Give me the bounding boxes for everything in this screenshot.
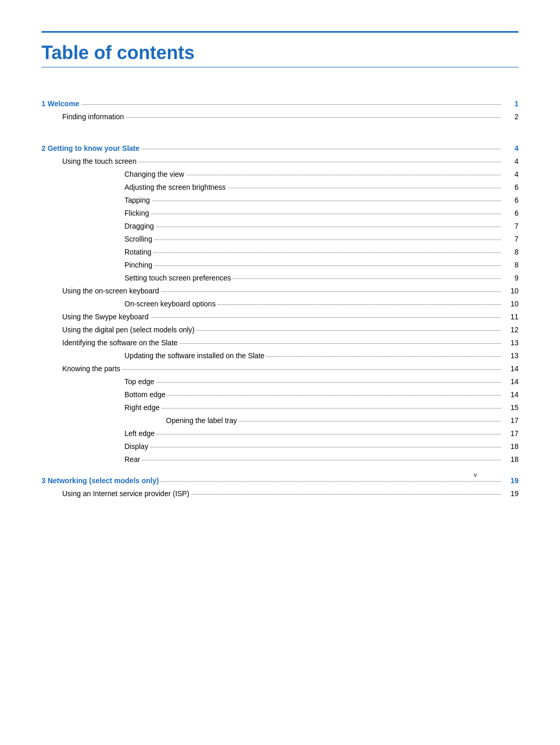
list-item: Dragging7 [41,221,519,232]
toc-dots [197,330,501,331]
toc-dots [162,408,501,409]
toc-entry-text: Flicking [124,208,149,219]
toc-entry-text: Rotating [124,247,151,258]
toc-entry-text: Left edge [124,428,155,439]
toc-page-number: 9 [503,273,519,284]
list-item: Pinching8 [41,260,519,271]
toc-dots [155,265,501,266]
toc-entry-text: Display [124,441,148,452]
toc-chapter-title: 2 Getting to know your Slate [41,143,139,154]
toc-dots [233,278,501,279]
toc-dots [191,494,501,495]
toc-page-number: 13 [503,350,519,361]
list-item: Using the digital pen (select models onl… [41,325,519,335]
toc-dots [142,460,501,460]
toc-dots [151,317,501,318]
toc-page-number: 18 [503,454,519,465]
list-item: Rotating8 [41,247,519,258]
toc-dots [218,304,501,305]
toc-dots [81,104,501,105]
list-item: Finding information2 [41,111,519,122]
toc-entry-text: Tapping [124,195,150,206]
toc-page-number: 19 [503,488,519,499]
toc-entry-text: Finding information [62,111,124,122]
toc-dots [228,188,501,188]
toc-page-number: 4 [503,156,519,167]
toc-entry-text: On-screen keyboard options [124,299,216,310]
toc-entry-text: Bottom edge [124,389,165,400]
toc-dots [239,421,501,421]
toc-entry-text: Updating the software installed on the S… [124,350,264,361]
toc-page-number: 6 [503,195,519,206]
toc-page-number: 10 [503,299,519,310]
toc-page-number: 17 [503,428,519,439]
toc-dots [157,382,501,383]
toc-chapter-entry: 3 Networking (select models only)19 [41,475,519,486]
toc-chapter-page: 1 [503,99,519,109]
footer-page-number: v [474,471,478,479]
toc-page-number: 15 [503,402,519,413]
page-title: Table of contents [41,42,519,64]
toc-chapter-section: 1 Welcome1Finding information2 [41,99,519,122]
toc-entry-text: Top edge [124,376,155,387]
toc-page-number: 12 [503,325,519,335]
toc-chapter-title: 3 Networking (select models only) [41,475,159,486]
toc-dots [150,447,501,447]
list-item: Display18 [41,441,519,452]
toc-page-number: 7 [503,234,519,245]
list-item: Setting touch screen preferences9 [41,273,519,284]
toc-content: 1 Welcome1Finding information22 Getting … [41,99,519,499]
list-item: Bottom edge14 [41,389,519,400]
top-border [41,31,519,33]
toc-dots [138,162,501,162]
toc-entry-text: Using the Swype keyboard [62,312,149,322]
toc-entry-text: Using the touch screen [62,156,136,167]
toc-page-number: 17 [503,415,519,426]
toc-chapter-page: 4 [503,143,519,154]
toc-dots [157,434,501,434]
toc-dots [267,356,501,357]
toc-entry-text: Right edge [124,402,160,413]
toc-entry-text: Knowing the parts [62,363,120,374]
toc-dots [155,240,501,240]
toc-entry-text: Changing the view [124,169,184,180]
list-item: Changing the view4 [41,169,519,180]
toc-entry-text: Identifying the software on the Slate [62,338,178,348]
toc-page-number: 8 [503,260,519,271]
toc-chapter-section: 2 Getting to know your Slate4Using the t… [41,143,519,465]
list-item: Knowing the parts14 [41,363,519,374]
list-item: Scrolling7 [41,234,519,245]
list-item: Flicking6 [41,208,519,219]
toc-entry-text: Opening the label tray [166,415,237,426]
toc-chapter-entry: 1 Welcome1 [41,99,519,109]
toc-entry-text: Scrolling [124,234,152,245]
list-item: On-screen keyboard options10 [41,299,519,310]
toc-page-number: 13 [503,338,519,348]
toc-dots [126,117,501,118]
list-item: Adjusting the screen brightness6 [41,182,519,193]
list-item: Identifying the software on the Slate13 [41,338,519,348]
toc-entry-text: Pinching [124,260,152,271]
toc-dots [122,369,501,370]
toc-chapter-entry: 2 Getting to know your Slate4 [41,143,519,154]
toc-dots [186,175,501,175]
toc-page-number: 4 [503,169,519,180]
toc-entry-text: Rear [124,454,140,465]
toc-page-number: 7 [503,221,519,232]
toc-page-number: 11 [503,312,519,322]
toc-dots [153,252,501,253]
list-item: Using the Swype keyboard11 [41,312,519,322]
list-item: Left edge17 [41,428,519,439]
toc-page-number: 14 [503,376,519,387]
toc-dots [142,149,501,149]
toc-page-number: 6 [503,208,519,219]
list-item: Using an Internet service provider (ISP)… [41,488,519,499]
bottom-border [41,67,519,67]
list-item: Opening the label tray17 [41,415,519,426]
list-item: Updating the software installed on the S… [41,350,519,361]
list-item: Rear18 [41,454,519,465]
list-item: Right edge15 [41,402,519,413]
toc-dots [161,481,501,482]
toc-entry-text: Using the digital pen (select models onl… [62,325,194,335]
list-item: Using the on-screen keyboard10 [41,286,519,297]
